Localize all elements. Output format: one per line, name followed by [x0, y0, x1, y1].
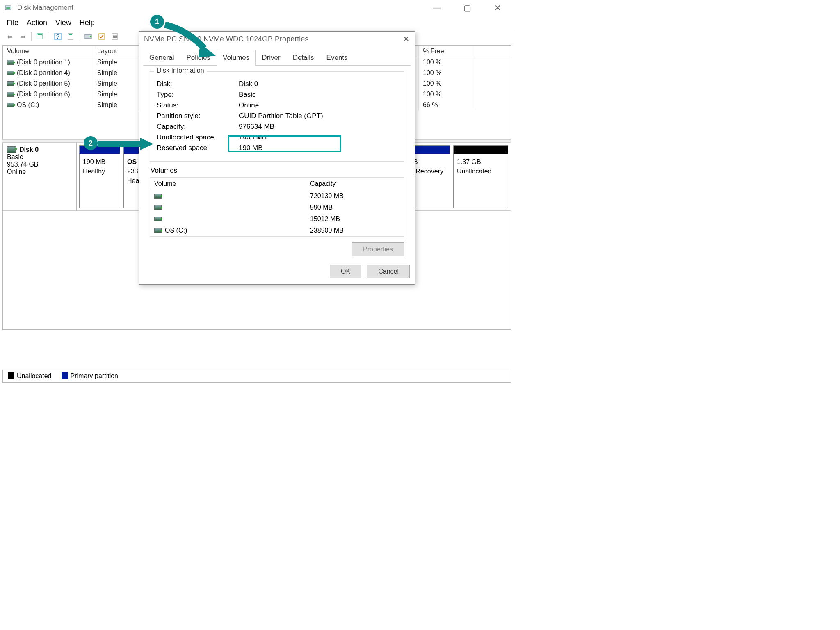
- volume-icon: [7, 81, 14, 86]
- partition-block[interactable]: 1.37 GB Unallocated: [453, 145, 508, 208]
- dialog-volume-name: OS (C:): [165, 227, 187, 234]
- dialog-volume-list: Volume Capacity 720139 MB 990 MB 15012 M…: [150, 177, 404, 237]
- disk-name-text: Disk 0: [19, 146, 39, 153]
- field-status-value: Online: [239, 101, 259, 110]
- dialog-volume-cap: 238900 MB: [310, 227, 399, 234]
- dialog-volume-row[interactable]: 720139 MB: [150, 190, 404, 202]
- dialog-close-button[interactable]: ✕: [403, 34, 410, 44]
- dialog-volume-row[interactable]: 15012 MB: [150, 213, 404, 225]
- svg-rect-8: [69, 34, 72, 35]
- cancel-button[interactable]: Cancel: [367, 265, 410, 278]
- disk-label[interactable]: Disk 0 Basic 953.74 GB Online: [3, 143, 77, 210]
- list-icon[interactable]: [110, 31, 120, 42]
- field-status-label: Status:: [157, 101, 239, 110]
- partition-status: Hea: [127, 176, 138, 185]
- menu-bar: File Action View Help: [0, 16, 514, 30]
- tab-driver[interactable]: Driver: [256, 50, 286, 66]
- field-partition-style-label: Partition style:: [157, 112, 239, 120]
- toolbar-separator: [80, 32, 80, 41]
- maximize-button[interactable]: ▢: [458, 3, 477, 13]
- annotation-arrow-1: [163, 22, 221, 58]
- volume-free: 100 %: [419, 89, 475, 100]
- toolbar-separator: [31, 32, 32, 41]
- check-icon[interactable]: [96, 31, 107, 42]
- group-title: Disk Information: [154, 67, 207, 74]
- volume-icon: [154, 217, 162, 221]
- field-disk-value: Disk 0: [239, 80, 258, 88]
- field-type-label: Type:: [157, 91, 239, 99]
- svg-marker-18: [140, 138, 153, 150]
- tab-events[interactable]: Events: [320, 50, 354, 66]
- svg-rect-13: [113, 35, 117, 36]
- svg-rect-3: [37, 34, 43, 39]
- window-title: Disk Management: [17, 4, 73, 12]
- volume-layout: Simple: [93, 89, 138, 100]
- disk-information-group: Disk Information Disk:Disk 0 Type:Basic …: [150, 71, 404, 162]
- volume-layout: Simple: [93, 57, 138, 68]
- dialog-volume-row[interactable]: 990 MB: [150, 202, 404, 213]
- menu-file[interactable]: File: [7, 18, 18, 27]
- volume-free: 100 %: [419, 57, 475, 68]
- partition-size: 190 MB: [83, 157, 116, 167]
- window-titlebar: Disk Management — ▢ ✕: [0, 0, 514, 16]
- disk-type: Basic: [7, 153, 72, 161]
- ok-button[interactable]: OK: [330, 265, 361, 278]
- forward-button[interactable]: [17, 31, 28, 42]
- volume-name: OS (C:): [17, 101, 39, 109]
- refresh-icon[interactable]: [35, 31, 46, 42]
- volume-layout: Simple: [93, 78, 138, 89]
- disk-size: 953.74 GB: [7, 161, 72, 168]
- dialog-volume-cap: 15012 MB: [310, 215, 399, 223]
- svg-text:?: ?: [56, 33, 59, 40]
- properties-icon[interactable]: [66, 31, 76, 42]
- legend: Unallocated Primary partition: [2, 370, 511, 383]
- back-button[interactable]: [4, 31, 15, 42]
- dialog-volume-row[interactable]: OS (C:)238900 MB: [150, 225, 404, 236]
- disk-status: Online: [7, 168, 72, 176]
- annotation-arrow-2: [98, 137, 155, 151]
- partition-size: B: [413, 157, 446, 167]
- partition-size: 233: [127, 167, 138, 176]
- svg-marker-16: [199, 43, 216, 57]
- volume-name: (Disk 0 partition 6): [17, 91, 70, 98]
- volume-icon: [154, 205, 162, 210]
- annotation-step-2: 2: [84, 136, 98, 150]
- volume-name: (Disk 0 partition 1): [17, 59, 70, 66]
- dialog-col-capacity[interactable]: Capacity: [310, 180, 399, 187]
- properties-dialog: NVMe PC SN730 NVMe WDC 1024GB Properties…: [139, 31, 415, 285]
- partition-status: Healthy: [83, 167, 116, 176]
- partition-size: 1.37 GB: [457, 157, 504, 167]
- volume-layout: Simple: [93, 68, 138, 78]
- close-button[interactable]: ✕: [488, 3, 507, 13]
- dialog-col-volume[interactable]: Volume: [154, 180, 310, 187]
- volume-icon: [7, 103, 14, 107]
- field-reserved-value: 190 MB: [239, 144, 263, 152]
- menu-help[interactable]: Help: [80, 18, 95, 27]
- tab-volumes[interactable]: Volumes: [217, 50, 256, 66]
- volume-free: 66 %: [419, 100, 475, 110]
- svg-rect-15: [113, 37, 117, 38]
- dialog-volume-cap: 720139 MB: [310, 192, 399, 200]
- svg-rect-2: [6, 8, 10, 9]
- field-type-value: Basic: [239, 91, 256, 99]
- field-disk-label: Disk:: [157, 80, 239, 88]
- partition-block[interactable]: B (Recovery: [410, 145, 450, 208]
- field-unallocated-value: 1403 MB: [239, 133, 267, 142]
- column-layout[interactable]: Layout: [93, 46, 138, 57]
- menu-action[interactable]: Action: [27, 18, 47, 27]
- partition-block[interactable]: 190 MB Healthy: [79, 145, 120, 208]
- tab-details[interactable]: Details: [287, 50, 320, 66]
- column-volume[interactable]: Volume: [3, 46, 93, 57]
- volume-free: 100 %: [419, 68, 475, 78]
- properties-button[interactable]: Properties: [352, 242, 404, 256]
- disk-icon[interactable]: [83, 31, 94, 42]
- volume-icon: [7, 60, 14, 65]
- app-icon: [5, 4, 13, 11]
- menu-view[interactable]: View: [55, 18, 71, 27]
- help-icon[interactable]: ?: [52, 31, 63, 42]
- minimize-button[interactable]: —: [427, 3, 446, 13]
- column-free[interactable]: % Free: [419, 46, 475, 57]
- svg-rect-14: [113, 36, 117, 37]
- field-unallocated-label: Unallocated space:: [157, 133, 239, 142]
- legend-primary: Primary partition: [62, 372, 118, 380]
